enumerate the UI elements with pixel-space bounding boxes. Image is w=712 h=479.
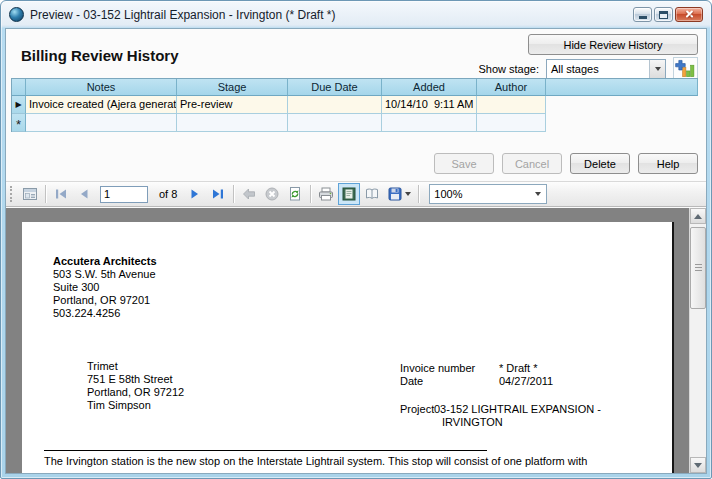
report-page: Accutera Architects 503 S.W. 5th Avenue … — [22, 222, 674, 473]
print-layout-icon — [341, 186, 357, 202]
cell-added[interactable]: 10/14/10 9:11 AM — [382, 96, 477, 114]
export-button[interactable] — [384, 183, 414, 205]
toolbar-grip[interactable] — [10, 186, 14, 202]
page-setup-button[interactable] — [361, 183, 383, 205]
page-count-label: of 8 — [159, 188, 177, 200]
page-number-input[interactable] — [100, 186, 148, 203]
previous-page-button[interactable] — [73, 183, 95, 205]
window-title: Preview - 03-152 Lightrail Expansion - I… — [30, 8, 625, 22]
report-toolbar: of 8 — [6, 181, 706, 207]
chevron-down-icon — [655, 67, 661, 71]
column-header-notes[interactable]: Notes — [26, 79, 177, 96]
previous-page-icon — [76, 186, 92, 202]
cell-added-new[interactable] — [382, 114, 477, 132]
cancel-button[interactable]: Cancel — [502, 153, 562, 174]
print-layout-button[interactable] — [338, 183, 360, 205]
project-label: Project — [400, 403, 434, 416]
current-row-arrow-icon: ▶ — [15, 100, 21, 109]
column-header-stage[interactable]: Stage — [177, 79, 288, 96]
zoom-chevron-down-icon — [535, 192, 541, 196]
vertical-scrollbar[interactable] — [689, 208, 706, 473]
company-address-block: Accutera Architects 503 S.W. 5th Avenue … — [53, 255, 157, 320]
toolbar-separator — [45, 185, 46, 203]
next-page-button[interactable] — [184, 183, 206, 205]
panel-action-buttons: Save Cancel Delete Help — [434, 153, 698, 174]
client-name: Trimet — [87, 360, 184, 373]
cell-stage-new[interactable] — [177, 114, 288, 132]
show-stage-label: Show stage: — [478, 63, 539, 75]
cell-notes[interactable]: Invoice created (Ajera generated entry) — [26, 96, 177, 114]
app-logo-icon — [9, 7, 24, 22]
invoice-body-text: The Irvington station is the new stop on… — [44, 455, 587, 467]
zoom-dropdown[interactable]: 100% — [429, 184, 547, 204]
refresh-icon — [287, 186, 303, 202]
page-title: Billing Review History — [21, 47, 179, 64]
invoice-date-label: Date — [400, 375, 423, 388]
last-page-icon — [210, 186, 226, 202]
new-row-asterisk-icon: * — [16, 113, 21, 132]
client-address-line: Portland, OR 97212 — [87, 386, 184, 399]
minimize-icon — [639, 16, 647, 19]
print-button[interactable] — [315, 183, 337, 205]
toolbar-separator — [310, 185, 311, 203]
document-map-button[interactable] — [19, 183, 41, 205]
cell-author-new[interactable] — [477, 114, 546, 132]
toolbar-separator — [418, 185, 419, 203]
column-header-due-date[interactable]: Due Date — [288, 79, 382, 96]
row-marker-current: ▶ — [12, 96, 26, 114]
billing-review-panel: Hide Review History Billing Review Histo… — [6, 29, 706, 181]
cell-due-date[interactable] — [288, 96, 382, 114]
last-page-button[interactable] — [207, 183, 229, 205]
cell-due-date-new[interactable] — [288, 114, 382, 132]
minimize-button[interactable] — [633, 7, 652, 22]
window-content: Hide Review History Billing Review Histo… — [5, 28, 707, 474]
first-page-button[interactable] — [50, 183, 72, 205]
hide-review-history-button[interactable]: Hide Review History — [528, 34, 698, 55]
thumb-grip-icon — [695, 264, 702, 272]
arrow-up-icon — [694, 214, 702, 219]
help-button[interactable]: Help — [638, 153, 698, 174]
stage-dropdown-arrow-button[interactable] — [649, 60, 665, 78]
scrollbar-thumb[interactable] — [690, 227, 706, 309]
app-window: Preview - 03-152 Lightrail Expansion - I… — [0, 0, 712, 479]
close-icon — [685, 10, 694, 19]
first-page-icon — [53, 186, 69, 202]
zoom-value: 100% — [430, 188, 535, 200]
invoice-date-value: 04/27/2011 — [499, 375, 553, 388]
invoice-number-value: * Draft * — [499, 362, 538, 375]
save-button[interactable]: Save — [434, 153, 494, 174]
maximize-button[interactable] — [654, 7, 673, 22]
refresh-button[interactable] — [284, 183, 306, 205]
save-export-icon — [387, 186, 403, 202]
bar-chart-plus-icon — [675, 59, 696, 80]
column-header-added[interactable]: Added — [382, 79, 477, 96]
maximize-icon — [659, 11, 668, 19]
client-address-block: Trimet 751 E 58th Street Portland, OR 97… — [87, 360, 184, 412]
row-selector-header — [12, 79, 26, 96]
export-dropdown-arrow-icon — [405, 192, 411, 196]
close-button[interactable] — [675, 7, 703, 22]
arrow-down-icon — [694, 463, 702, 468]
document-preview-area: Accutera Architects 503 S.W. 5th Avenue … — [6, 208, 706, 473]
column-header-filler — [546, 79, 698, 96]
scroll-up-button[interactable] — [690, 208, 706, 224]
stop-button[interactable] — [261, 183, 283, 205]
cell-stage[interactable]: Pre-review — [177, 96, 288, 114]
scroll-down-button[interactable] — [690, 457, 706, 473]
company-address-line: Suite 300 — [53, 281, 157, 294]
stage-dropdown-value: All stages — [547, 63, 649, 75]
back-icon — [241, 186, 257, 202]
caption-buttons — [633, 7, 703, 22]
cell-notes-new[interactable] — [26, 114, 177, 132]
next-page-icon — [187, 186, 203, 202]
cell-author[interactable] — [477, 96, 546, 114]
company-phone: 503.224.4256 — [53, 307, 157, 320]
stop-icon — [264, 186, 280, 202]
titlebar[interactable]: Preview - 03-152 Lightrail Expansion - I… — [1, 1, 711, 28]
back-button[interactable] — [238, 183, 260, 205]
column-header-author[interactable]: Author — [477, 79, 546, 96]
delete-button[interactable]: Delete — [570, 153, 630, 174]
company-address-line: Portland, OR 97201 — [53, 294, 157, 307]
invoice-number-label: Invoice number — [400, 362, 475, 375]
stage-dropdown[interactable]: All stages — [546, 59, 666, 79]
